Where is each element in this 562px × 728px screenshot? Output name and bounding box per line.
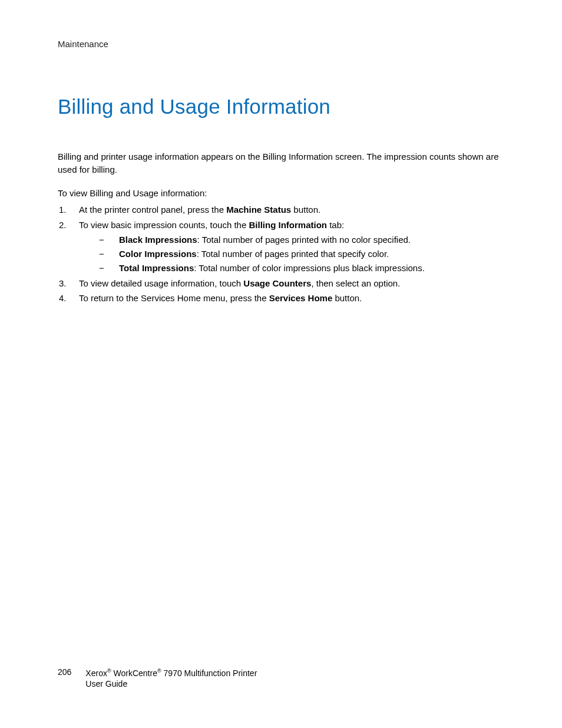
impression-types-list: Black Impressions: Total number of pages… — [79, 233, 504, 275]
text: button. — [291, 205, 320, 215]
services-home-label: Services Home — [269, 293, 333, 303]
footer-text: Xerox® WorkCentre® 7970 Multifunction Pr… — [85, 667, 257, 690]
page: Maintenance Billing and Usage Informatio… — [0, 0, 562, 728]
text: : Total number of pages printed that spe… — [197, 249, 389, 259]
text: : Total number of color impressions plus… — [194, 263, 425, 273]
color-impressions-item: Color Impressions: Total number of pages… — [99, 247, 504, 261]
registered-icon: ® — [107, 668, 111, 674]
steps-list: At the printer control panel, press the … — [58, 203, 504, 305]
registered-icon: ® — [157, 668, 161, 674]
lead-sentence: To view Billing and Usage information: — [58, 187, 504, 200]
step-2: To view basic impression counts, touch t… — [58, 218, 504, 275]
page-number: 206 — [58, 667, 71, 677]
billing-information-label: Billing Information — [249, 220, 327, 230]
color-impressions-label: Color Impressions — [119, 249, 197, 259]
total-impressions-item: Total Impressions: Total number of color… — [99, 261, 504, 275]
intro-paragraph: Billing and printer usage information ap… — [58, 150, 504, 176]
text: tab: — [327, 220, 344, 230]
usage-counters-label: Usage Counters — [243, 278, 311, 288]
brand-workcentre: WorkCentre — [111, 668, 157, 677]
text: : Total number of pages printed with no … — [197, 235, 411, 245]
user-guide-label: User Guide — [85, 679, 127, 689]
step-4: To return to the Services Home menu, pre… — [58, 291, 504, 305]
black-impressions-item: Black Impressions: Total number of pages… — [99, 233, 504, 247]
step-1: At the printer control panel, press the … — [58, 203, 504, 216]
machine-status-label: Machine Status — [226, 205, 291, 215]
page-title: Billing and Usage Information — [58, 95, 504, 118]
total-impressions-label: Total Impressions — [119, 263, 194, 273]
brand-xerox: Xerox — [85, 668, 107, 677]
product-tail: 7970 Multifunction Printer — [161, 668, 257, 677]
text: To view basic impression counts, touch t… — [79, 220, 249, 230]
black-impressions-label: Black Impressions — [119, 235, 197, 245]
text: To view detailed usage information, touc… — [79, 278, 243, 288]
text: , then select an option. — [311, 278, 400, 288]
chapter-header: Maintenance — [58, 39, 504, 49]
step-3: To view detailed usage information, touc… — [58, 276, 504, 290]
text: button. — [332, 293, 362, 303]
page-footer: 206 Xerox® WorkCentre® 7970 Multifunctio… — [58, 667, 257, 690]
text: To return to the Services Home menu, pre… — [79, 293, 269, 303]
text: At the printer control panel, press the — [79, 205, 226, 215]
